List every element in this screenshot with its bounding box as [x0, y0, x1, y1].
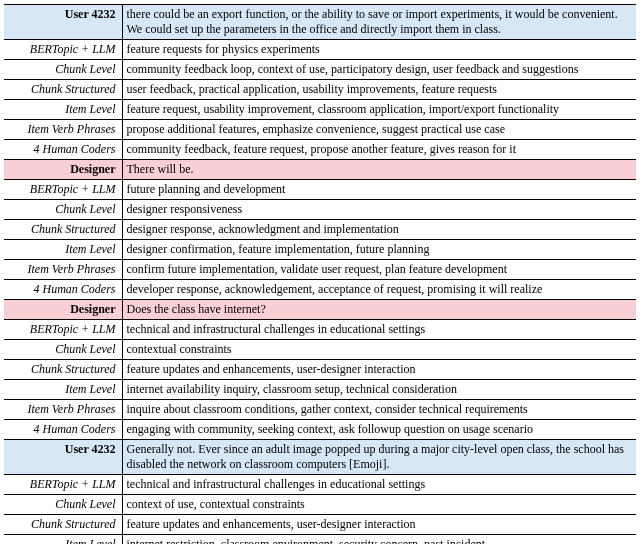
- table-row: 4 Human Coderscommunity feedback, featur…: [4, 140, 636, 160]
- row-label: Chunk Level: [4, 340, 122, 360]
- row-label: Designer: [4, 160, 122, 180]
- row-label: Chunk Structured: [4, 80, 122, 100]
- table-row: Chunk Structuredfeature updates and enha…: [4, 360, 636, 380]
- row-content: technical and infrastructural challenges…: [122, 320, 636, 340]
- row-label: Item Level: [4, 100, 122, 120]
- row-label: BERTopic + LLM: [4, 180, 122, 200]
- row-label: Item Level: [4, 240, 122, 260]
- row-content: feature request, usability improvement, …: [122, 100, 636, 120]
- table-row: Chunk Levelcommunity feedback loop, cont…: [4, 60, 636, 80]
- table-row: User 4232there could be an export functi…: [4, 5, 636, 40]
- table-row: Item Verb Phrasespropose additional feat…: [4, 120, 636, 140]
- table-row: BERTopic + LLMtechnical and infrastructu…: [4, 320, 636, 340]
- row-content: Generally not. Ever since an adult image…: [122, 440, 636, 475]
- table-row: User 4232Generally not. Ever since an ad…: [4, 440, 636, 475]
- row-label: Chunk Level: [4, 200, 122, 220]
- row-content: internet availability inquiry, classroom…: [122, 380, 636, 400]
- row-content: feature requests for physics experiments: [122, 40, 636, 60]
- table-row: Item Leveldesigner confirmation, feature…: [4, 240, 636, 260]
- row-content: designer response, acknowledgment and im…: [122, 220, 636, 240]
- row-content: context of use, contextual constraints: [122, 495, 636, 515]
- codes-table-body: User 4232there could be an export functi…: [4, 5, 636, 545]
- table-row: Chunk Levelcontextual constraints: [4, 340, 636, 360]
- row-label: 4 Human Coders: [4, 280, 122, 300]
- table-row: Item Levelfeature request, usability imp…: [4, 100, 636, 120]
- table-row: Item Verb Phrasesinquire about classroom…: [4, 400, 636, 420]
- table-row: DesignerDoes the class have internet?: [4, 300, 636, 320]
- row-label: Designer: [4, 300, 122, 320]
- row-content: future planning and development: [122, 180, 636, 200]
- row-content: contextual constraints: [122, 340, 636, 360]
- table-row: BERTopic + LLMtechnical and infrastructu…: [4, 475, 636, 495]
- row-content: developer response, acknowledgement, acc…: [122, 280, 636, 300]
- row-content: internet restriction, classroom environm…: [122, 535, 636, 545]
- row-label: Item Level: [4, 380, 122, 400]
- table-row: BERTopic + LLMfuture planning and develo…: [4, 180, 636, 200]
- row-content: There will be.: [122, 160, 636, 180]
- row-label: 4 Human Coders: [4, 420, 122, 440]
- table-row: Item Verb Phrasesconfirm future implemen…: [4, 260, 636, 280]
- row-content: propose additional features, emphasize c…: [122, 120, 636, 140]
- row-content: engaging with community, seeking context…: [122, 420, 636, 440]
- row-label: Item Verb Phrases: [4, 120, 122, 140]
- table-row: 4 Human Codersengaging with community, s…: [4, 420, 636, 440]
- row-label: Chunk Structured: [4, 220, 122, 240]
- row-label: Chunk Structured: [4, 515, 122, 535]
- row-content: designer confirmation, feature implement…: [122, 240, 636, 260]
- table-row: BERTopic + LLMfeature requests for physi…: [4, 40, 636, 60]
- row-label: BERTopic + LLM: [4, 320, 122, 340]
- row-label: User 4232: [4, 440, 122, 475]
- row-label: Item Level: [4, 535, 122, 545]
- table-row: Item Levelinternet restriction, classroo…: [4, 535, 636, 545]
- row-label: Chunk Structured: [4, 360, 122, 380]
- table-row: Chunk Levelcontext of use, contextual co…: [4, 495, 636, 515]
- row-label: Chunk Level: [4, 495, 122, 515]
- table-row: Chunk Structuredfeature updates and enha…: [4, 515, 636, 535]
- codes-table: User 4232there could be an export functi…: [4, 4, 636, 544]
- row-label: Chunk Level: [4, 60, 122, 80]
- table-row: Item Levelinternet availability inquiry,…: [4, 380, 636, 400]
- row-content: confirm future implementation, validate …: [122, 260, 636, 280]
- table-row: Chunk Structureddesigner response, ackno…: [4, 220, 636, 240]
- row-content: there could be an export function, or th…: [122, 5, 636, 40]
- row-content: technical and infrastructural challenges…: [122, 475, 636, 495]
- row-content: community feedback loop, context of use,…: [122, 60, 636, 80]
- row-label: Item Verb Phrases: [4, 400, 122, 420]
- row-content: user feedback, practical application, us…: [122, 80, 636, 100]
- row-content: inquire about classroom conditions, gath…: [122, 400, 636, 420]
- row-content: feature updates and enhancements, user-d…: [122, 515, 636, 535]
- table-row: Chunk Structureduser feedback, practical…: [4, 80, 636, 100]
- table-row: 4 Human Codersdeveloper response, acknow…: [4, 280, 636, 300]
- row-label: BERTopic + LLM: [4, 40, 122, 60]
- row-label: BERTopic + LLM: [4, 475, 122, 495]
- row-content: community feedback, feature request, pro…: [122, 140, 636, 160]
- row-label: 4 Human Coders: [4, 140, 122, 160]
- row-label: User 4232: [4, 5, 122, 40]
- row-label: Item Verb Phrases: [4, 260, 122, 280]
- table-row: DesignerThere will be.: [4, 160, 636, 180]
- row-content: feature updates and enhancements, user-d…: [122, 360, 636, 380]
- row-content: Does the class have internet?: [122, 300, 636, 320]
- table-row: Chunk Leveldesigner responsiveness: [4, 200, 636, 220]
- row-content: designer responsiveness: [122, 200, 636, 220]
